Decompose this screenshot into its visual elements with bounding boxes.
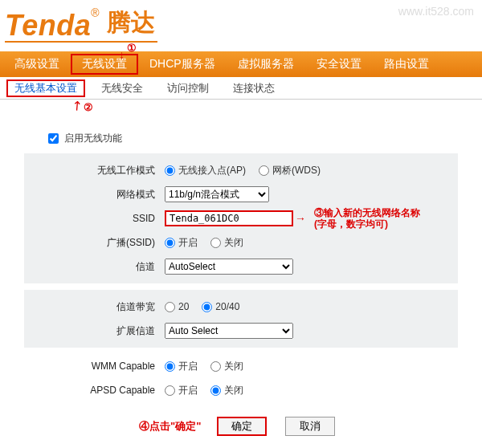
- sub-access[interactable]: 访问控制: [159, 79, 217, 97]
- row-broadcast: 广播(SSID) 开启 关闭: [24, 230, 458, 255]
- radio-bc-off[interactable]: [210, 238, 221, 248]
- radio-bw20-text: 20: [178, 301, 189, 312]
- label-net-mode: 网络模式: [24, 188, 165, 202]
- sub-basic[interactable]: 无线基本设置: [6, 79, 85, 97]
- radio-ap-label[interactable]: 无线接入点(AP): [165, 164, 246, 177]
- enable-wireless-text: 启用无线功能: [64, 132, 122, 144]
- select-net-mode[interactable]: 11b/g/n混合模式: [165, 186, 269, 202]
- radio-wmm-off[interactable]: [210, 361, 221, 372]
- footer: ④点击"确定" 确定 取消: [24, 409, 458, 444]
- nav-advanced[interactable]: 高级设置: [3, 54, 71, 75]
- radio-bw2040[interactable]: [202, 302, 212, 312]
- logo-en: Tenda: [5, 9, 91, 43]
- arrow-down-icon: ↓: [119, 48, 125, 61]
- label-channel: 信道: [24, 260, 165, 274]
- radio-apsd-on-text: 开启: [178, 384, 198, 397]
- radio-bc-on-label[interactable]: 开启: [165, 236, 198, 250]
- radio-ap[interactable]: [165, 165, 175, 176]
- annotation-2: ②: [84, 101, 93, 113]
- radio-bc-off-text: 关闭: [224, 236, 243, 250]
- annotation-1: ①: [127, 42, 137, 54]
- row-net-mode: 网络模式 11b/g/n混合模式: [24, 182, 458, 206]
- content: 启用无线功能 无线工作模式 无线接入点(AP) 网桥(WDS) 网络模式 11b…: [0, 100, 482, 448]
- label-bandwidth: 信道带宽: [24, 300, 165, 314]
- row-ext-channel: 扩展信道 Auto Select: [24, 319, 458, 343]
- label-work-mode: 无线工作模式: [24, 164, 165, 177]
- radio-wmm-on[interactable]: [165, 361, 175, 372]
- enable-wireless-checkbox[interactable]: [48, 133, 59, 144]
- radio-wmm-off-text: 关闭: [224, 360, 243, 373]
- annotation-3-line1: ③输入新的无线网络名称: [314, 207, 420, 218]
- select-ext-channel[interactable]: Auto Select: [165, 323, 293, 339]
- radio-bw2040-label[interactable]: 20/40: [202, 301, 239, 312]
- row-apsd: APSD Capable 开启 关闭: [24, 378, 458, 402]
- logo-reg: ®: [91, 6, 99, 19]
- arrow-right-icon: →: [295, 212, 306, 225]
- sub-security[interactable]: 无线安全: [93, 79, 151, 97]
- sub-nav: 无线基本设置 无线安全 访问控制 连接状态 ↗ ②: [0, 77, 482, 100]
- radio-apsd-off-label[interactable]: 关闭: [210, 384, 243, 397]
- sub-status[interactable]: 连接状态: [225, 79, 283, 97]
- label-apsd: APSD Capable: [24, 385, 165, 396]
- radio-bw20-label[interactable]: 20: [165, 301, 189, 312]
- radio-bc-on-text: 开启: [178, 236, 198, 250]
- label-broadcast: 广播(SSID): [24, 236, 165, 250]
- radio-bc-on[interactable]: [165, 238, 175, 248]
- nav-security[interactable]: 安全设置: [305, 54, 373, 75]
- radio-wmm-off-label[interactable]: 关闭: [210, 360, 243, 373]
- nav-routing[interactable]: 路由设置: [373, 54, 440, 75]
- nav-wireless[interactable]: 无线设置: [71, 54, 138, 75]
- radio-wmm-on-label[interactable]: 开启: [165, 360, 198, 373]
- radio-apsd-on[interactable]: [165, 385, 175, 396]
- group-main: 无线工作模式 无线接入点(AP) 网桥(WDS) 网络模式 11b/g/n混合模…: [24, 153, 458, 283]
- nav-vserver[interactable]: 虚拟服务器: [227, 54, 305, 75]
- group-bandwidth: 信道带宽 20 20/40 扩展信道 Auto Select: [24, 290, 458, 348]
- radio-wds-text: 网桥(WDS): [272, 164, 321, 177]
- radio-bw2040-text: 20/40: [215, 301, 239, 312]
- main-nav: 高级设置 无线设置 DHCP服务器 虚拟服务器 安全设置 路由设置: [0, 51, 482, 77]
- radio-apsd-on-label[interactable]: 开启: [165, 384, 198, 397]
- radio-bc-off-label[interactable]: 关闭: [210, 236, 243, 250]
- row-channel: 信道 AutoSelect: [24, 255, 458, 279]
- select-channel[interactable]: AutoSelect: [165, 259, 293, 275]
- row-wmm: WMM Capable 开启 关闭: [24, 354, 458, 378]
- radio-wds[interactable]: [259, 165, 269, 176]
- radio-ap-text: 无线接入点(AP): [178, 164, 246, 177]
- annotation-3: ③输入新的无线网络名称 (字母，数字均可): [314, 207, 420, 230]
- group-wmm: WMM Capable 开启 关闭 APSD Capable 开启 关闭: [24, 354, 458, 402]
- enable-wireless-row: 启用无线功能: [24, 132, 458, 145]
- radio-wds-label[interactable]: 网桥(WDS): [259, 164, 321, 177]
- annotation-3-line2: (字母，数字均可): [314, 218, 388, 230]
- logo-cn: 腾达: [107, 6, 155, 39]
- radio-apsd-off[interactable]: [210, 385, 221, 396]
- radio-apsd-off-text: 关闭: [224, 384, 243, 397]
- ok-button[interactable]: 确定: [217, 417, 267, 436]
- label-ssid: SSID: [24, 213, 165, 224]
- label-ext-channel: 扩展信道: [24, 324, 165, 338]
- annotation-4: ④点击"确定": [139, 419, 201, 434]
- watermark: www.it528.com: [398, 5, 474, 18]
- cancel-button[interactable]: 取消: [285, 417, 335, 436]
- radio-bw20[interactable]: [165, 302, 175, 312]
- input-ssid[interactable]: [165, 210, 293, 226]
- label-wmm: WMM Capable: [24, 360, 165, 372]
- row-bandwidth: 信道带宽 20 20/40: [24, 295, 458, 319]
- nav-dhcp[interactable]: DHCP服务器: [138, 54, 227, 75]
- row-ssid: SSID → ③输入新的无线网络名称 (字母，数字均可): [24, 206, 458, 230]
- row-work-mode: 无线工作模式 无线接入点(AP) 网桥(WDS): [24, 158, 458, 182]
- radio-wmm-on-text: 开启: [178, 360, 198, 373]
- enable-wireless-label[interactable]: 启用无线功能: [48, 132, 122, 144]
